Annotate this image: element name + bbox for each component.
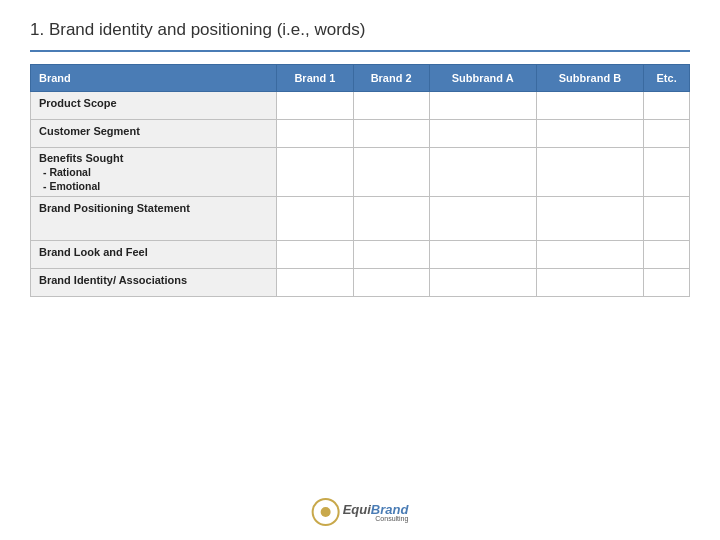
cell [429, 197, 536, 241]
cell [536, 269, 644, 297]
cell [536, 92, 644, 120]
cell [429, 269, 536, 297]
table-wrapper: Brand Brand 1 Brand 2 Subbrand A Subbran… [30, 64, 690, 297]
sub-label-rational: - Rational [43, 166, 91, 178]
cell [353, 120, 429, 148]
cell [644, 92, 690, 120]
row-label-brand-identity: Brand Identity/ Associations [31, 269, 277, 297]
table-row: Brand Look and Feel [31, 241, 690, 269]
divider [30, 50, 690, 52]
cell [277, 120, 353, 148]
logo-circle-inner [321, 507, 331, 517]
cell [644, 241, 690, 269]
table-header-row: Brand Brand 1 Brand 2 Subbrand A Subbran… [31, 65, 690, 92]
title-section: 1. Brand identity and positioning (i.e.,… [30, 20, 690, 52]
cell [644, 120, 690, 148]
col-header-brand1: Brand 1 [277, 65, 353, 92]
cell [429, 148, 536, 197]
row-label-brand-positioning: Brand Positioning Statement [31, 197, 277, 241]
table-row: Product Scope [31, 92, 690, 120]
cell [277, 197, 353, 241]
cell [536, 148, 644, 197]
cell [353, 241, 429, 269]
logo-text: EquiBrand Consulting [343, 502, 409, 522]
footer-logo: EquiBrand Consulting [312, 498, 409, 526]
col-header-etc: Etc. [644, 65, 690, 92]
table-row: Brand Positioning Statement [31, 197, 690, 241]
cell [429, 92, 536, 120]
page-title: 1. Brand identity and positioning (i.e.,… [30, 20, 690, 40]
cell [536, 120, 644, 148]
cell [644, 197, 690, 241]
row-label-product-scope: Product Scope [31, 92, 277, 120]
page: 1. Brand identity and positioning (i.e.,… [0, 0, 720, 540]
cell [353, 92, 429, 120]
main-table: Brand Brand 1 Brand 2 Subbrand A Subbran… [30, 64, 690, 297]
sub-label-emotional: - Emotional [43, 180, 100, 192]
cell [353, 197, 429, 241]
col-header-subbrand-a: Subbrand A [429, 65, 536, 92]
row-label-customer-segment: Customer Segment [31, 120, 277, 148]
cell [277, 269, 353, 297]
table-row: Benefits Sought - Rational - Emotional [31, 148, 690, 197]
table-row: Customer Segment [31, 120, 690, 148]
logo-circle-icon [312, 498, 340, 526]
cell [277, 92, 353, 120]
col-header-subbrand-b: Subbrand B [536, 65, 644, 92]
cell [429, 120, 536, 148]
table-row: Brand Identity/ Associations [31, 269, 690, 297]
logo-consulting-text: Consulting [343, 515, 409, 522]
cell [277, 241, 353, 269]
cell [277, 148, 353, 197]
col-header-brand: Brand [31, 65, 277, 92]
col-header-brand2: Brand 2 [353, 65, 429, 92]
cell [353, 269, 429, 297]
cell [536, 241, 644, 269]
cell [644, 269, 690, 297]
cell [536, 197, 644, 241]
cell [353, 148, 429, 197]
cell [644, 148, 690, 197]
row-label-brand-look: Brand Look and Feel [31, 241, 277, 269]
cell [429, 241, 536, 269]
row-label-benefits: Benefits Sought - Rational - Emotional [31, 148, 277, 197]
